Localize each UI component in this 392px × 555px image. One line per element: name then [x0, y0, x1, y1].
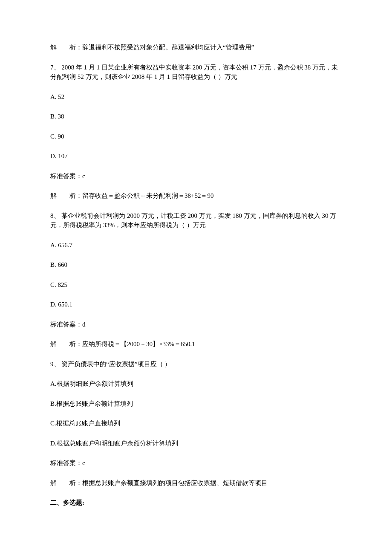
- analysis-text: 析：留存收益＝盈余公积＋未分配利润＝38+52＝90: [69, 192, 213, 199]
- question-8-answer: 标准答案：d: [50, 320, 342, 330]
- question-9-option-d: D.根据总账账户和明细账户余额分析计算填列: [50, 439, 342, 448]
- analysis-gap: [57, 341, 69, 347]
- question-9-stem: 9、 资产负债表中的“应收票据”项目应（ ）: [50, 359, 342, 369]
- question-7-option-b: B. 38: [50, 112, 342, 121]
- question-7-answer: 标准答案：c: [50, 171, 342, 181]
- document-page: 解 析：辞退福利不按照受益对象分配。辞退福利均应计入“管理费用” 7、 2008…: [0, 0, 392, 555]
- analysis-label: 解: [50, 341, 57, 347]
- analysis-gap: [57, 44, 69, 51]
- analysis-9: 解 析：根据总账账户余额直接填列的项目包括应收票据、短期借款等项目: [50, 478, 342, 488]
- analysis-gap: [57, 480, 69, 486]
- analysis-label: 解: [50, 192, 57, 199]
- question-8-option-c: C. 825: [50, 280, 342, 290]
- question-8-option-a: A. 656.7: [50, 240, 342, 250]
- analysis-8: 解 析：应纳所得税＝【2000－30】×33%＝650.1: [50, 339, 342, 349]
- analysis-6: 解 析：辞退福利不按照受益对象分配。辞退福利均应计入“管理费用”: [50, 43, 342, 52]
- analysis-7: 解 析：留存收益＝盈余公积＋未分配利润＝38+52＝90: [50, 191, 342, 201]
- analysis-text: 析：辞退福利不按照受益对象分配。辞退福利均应计入“管理费用”: [69, 44, 254, 51]
- question-9-option-a: A.根据明细账户余额计算填列: [50, 379, 342, 389]
- analysis-text: 析：应纳所得税＝【2000－30】×33%＝650.1: [69, 341, 195, 347]
- analysis-label: 解: [50, 480, 57, 486]
- question-9-option-b: B.根据总账账户余额计算填列: [50, 399, 342, 409]
- section-2-heading: 二、多选题:: [50, 498, 342, 508]
- question-8-stem: 8、 某企业税前会计利润为 2000 万元，计税工资 200 万元，实发 180…: [50, 211, 342, 230]
- analysis-text: 析：根据总账账户余额直接填列的项目包括应收票据、短期借款等项目: [69, 480, 268, 486]
- question-7-option-a: A. 52: [50, 92, 342, 102]
- question-9-option-c: C.根据总账账户直接填列: [50, 419, 342, 428]
- question-7-option-d: D. 107: [50, 151, 342, 161]
- question-8-option-b: B. 660: [50, 260, 342, 270]
- question-7-option-c: C. 90: [50, 132, 342, 142]
- question-9-answer: 标准答案：c: [50, 458, 342, 468]
- analysis-label: 解: [50, 44, 57, 51]
- analysis-gap: [57, 192, 69, 199]
- question-8-option-d: D. 650.1: [50, 300, 342, 309]
- question-7-stem: 7、 2008 年 1 月 1 日某企业所有者权益中实收资本 200 万元，资本…: [50, 63, 342, 82]
